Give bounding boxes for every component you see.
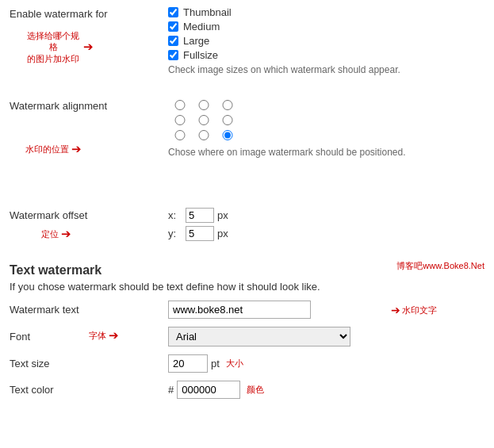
radio-bc[interactable] (192, 130, 216, 140)
text-color-field: # 颜色 (168, 381, 264, 399)
x-label: x: (168, 209, 182, 221)
text-size-input[interactable] (168, 354, 208, 373)
alignment-help: Chose where on image watermark should be… (168, 147, 484, 158)
watermark-text-annotation: ➔ 水印文字 (391, 304, 437, 316)
offset-annotation: 定位 ➔ (41, 227, 74, 241)
y-unit: px (217, 228, 228, 239)
fullsize-label: Fullsize (183, 49, 218, 61)
text-watermark-desc: If you chose watermark should be text de… (10, 281, 484, 293)
text-size-field: pt 大小 (168, 354, 243, 373)
font-annotation: 字体 ➔ (89, 328, 121, 343)
alignment-annotation: 水印的位置 ➔ (25, 142, 84, 156)
font-field-container: 字体 ➔ Arial Times New Roman Courier New V… (168, 327, 350, 347)
text-color-annotation: 颜色 (247, 384, 264, 396)
offset-y-input[interactable] (186, 226, 214, 241)
radio-ml[interactable] (168, 115, 192, 125)
radio-br[interactable] (216, 130, 239, 140)
watermark-alignment-label: Watermark alignment (10, 98, 168, 112)
large-checkbox[interactable] (168, 36, 178, 46)
medium-checkbox[interactable] (168, 21, 178, 32)
radio-tl[interactable] (168, 100, 192, 110)
enable-watermark-checkboxes: Thumbnail Medium Large Fullsize Check im… (168, 6, 484, 75)
watermark-offset-fields: x: px y: px (168, 208, 484, 244)
text-size-annotation: 大小 (226, 358, 243, 370)
watermark-text-label: Watermark text (10, 304, 168, 316)
radio-tr[interactable] (216, 100, 239, 110)
watermark-text-field (168, 301, 311, 319)
text-size-unit: pt (211, 358, 220, 370)
radio-bl[interactable] (168, 130, 192, 140)
large-label: Large (183, 35, 209, 47)
thumbnail-label: Thumbnail (183, 6, 232, 18)
watermark-alignment-radios: Chose where on image watermark should be… (168, 98, 484, 158)
fullsize-checkbox[interactable] (168, 50, 178, 60)
text-color-label: Text color (10, 384, 168, 396)
radio-mr[interactable] (216, 115, 239, 125)
radio-mc[interactable] (192, 115, 216, 125)
offset-x-input[interactable] (186, 208, 214, 223)
text-size-label: Text size (10, 358, 168, 370)
x-unit: px (217, 209, 228, 221)
enable-watermark-label: Enable watermark for (10, 6, 168, 20)
hash-symbol: # (168, 384, 174, 396)
font-select[interactable]: Arial Times New Roman Courier New Verdan… (168, 327, 350, 347)
medium-label: Medium (183, 21, 220, 33)
watermark-offset-label: Watermark offset (10, 208, 168, 221)
thumbnail-checkbox[interactable] (168, 7, 178, 17)
text-color-input[interactable] (177, 381, 240, 399)
y-label: y: (168, 228, 182, 239)
watermark-text-input[interactable] (168, 301, 311, 319)
enable-watermark-help: Check image sizes on which watermark sho… (168, 64, 484, 75)
boke-badge: 博客吧www.Boke8.Net (396, 260, 484, 272)
radio-tc[interactable] (192, 100, 216, 110)
enable-watermark-annotation: 选择给哪个规格的图片加水印 ➔ (25, 30, 96, 64)
